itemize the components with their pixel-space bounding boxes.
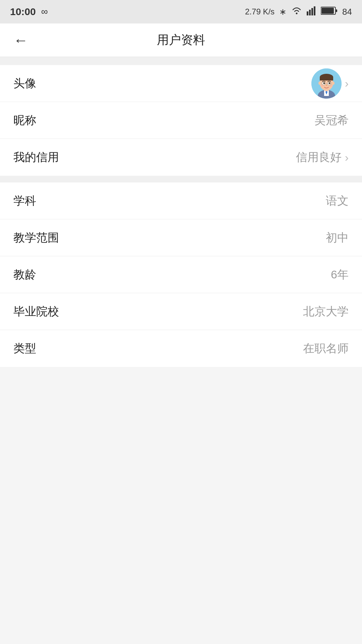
status-bar: 10:00 ∞ 2.79 K/s ∗	[0, 0, 362, 23]
type-value: 在职名师	[303, 341, 349, 356]
graduation-school-row[interactable]: 毕业院校 北京大学	[0, 293, 362, 330]
network-speed: 2.79 K/s	[245, 7, 275, 16]
status-time: 10:00	[10, 6, 36, 17]
nickname-text: 吴冠希	[314, 113, 349, 128]
credit-arrow: ›	[345, 151, 349, 164]
wifi-icon	[291, 6, 302, 18]
svg-rect-7	[321, 8, 334, 14]
credit-value: 信用良好 ›	[296, 150, 349, 165]
svg-rect-15	[320, 77, 333, 80]
status-right: 2.79 K/s ∗ 84	[245, 6, 352, 18]
info-section: 学科 语文 教学范围 初中 教龄 6年 毕业院校 北京大学 类型 在职名师	[0, 182, 362, 367]
svg-rect-4	[314, 6, 315, 15]
back-button[interactable]: ←	[13, 32, 28, 49]
svg-point-17	[332, 82, 335, 85]
graduation-school-text: 北京大学	[303, 304, 349, 319]
credit-row[interactable]: 我的信用 信用良好 ›	[0, 139, 362, 176]
subject-text: 语文	[326, 193, 349, 209]
section-divider	[0, 176, 362, 182]
profile-section: 头像	[0, 65, 362, 176]
svg-rect-2	[309, 10, 311, 15]
avatar-row[interactable]: 头像	[0, 65, 362, 102]
infinite-icon: ∞	[41, 6, 48, 17]
graduation-school-value: 北京大学	[303, 304, 349, 319]
bottom-area	[0, 367, 362, 595]
teaching-range-value: 初中	[326, 230, 349, 246]
svg-point-16	[318, 82, 321, 85]
type-text: 在职名师	[303, 341, 349, 356]
credit-text: 信用良好	[296, 150, 342, 165]
teaching-range-row[interactable]: 教学范围 初中	[0, 219, 362, 256]
battery-percent: 84	[342, 7, 352, 17]
battery-icon	[321, 6, 338, 17]
teaching-range-text: 初中	[326, 230, 349, 246]
type-label: 类型	[13, 341, 36, 356]
svg-point-23	[321, 85, 323, 87]
bluetooth-icon: ∗	[279, 7, 287, 17]
signal-icon	[307, 6, 316, 18]
credit-label: 我的信用	[13, 150, 59, 165]
svg-point-21	[328, 82, 330, 84]
section-spacer-top	[0, 57, 362, 65]
avatar-label: 头像	[13, 76, 36, 91]
type-row[interactable]: 类型 在职名师	[0, 330, 362, 367]
avatar[interactable]	[311, 68, 342, 99]
subject-row[interactable]: 学科 语文	[0, 182, 362, 219]
teaching-age-label: 教龄	[13, 267, 36, 282]
teaching-age-value: 6年	[331, 267, 349, 282]
avatar-arrow: ›	[345, 77, 349, 90]
subject-label: 学科	[13, 193, 36, 209]
nickname-label: 昵称	[13, 113, 36, 128]
svg-rect-6	[336, 9, 337, 12]
svg-point-0	[296, 12, 298, 14]
page-header: ← 用户资料	[0, 23, 362, 57]
teaching-age-text: 6年	[331, 267, 349, 282]
svg-point-22	[325, 85, 327, 86]
svg-rect-1	[307, 11, 308, 15]
svg-point-24	[329, 85, 332, 87]
subject-value: 语文	[326, 193, 349, 209]
nickname-value: 吴冠希	[314, 113, 349, 128]
status-left: 10:00 ∞	[10, 6, 48, 17]
avatar-value: ›	[311, 68, 349, 99]
page-title: 用户资料	[157, 32, 205, 48]
svg-rect-3	[311, 8, 313, 15]
graduation-school-label: 毕业院校	[13, 304, 59, 319]
teaching-range-label: 教学范围	[13, 230, 59, 246]
nickname-row[interactable]: 昵称 吴冠希	[0, 102, 362, 139]
teaching-age-row[interactable]: 教龄 6年	[0, 256, 362, 293]
